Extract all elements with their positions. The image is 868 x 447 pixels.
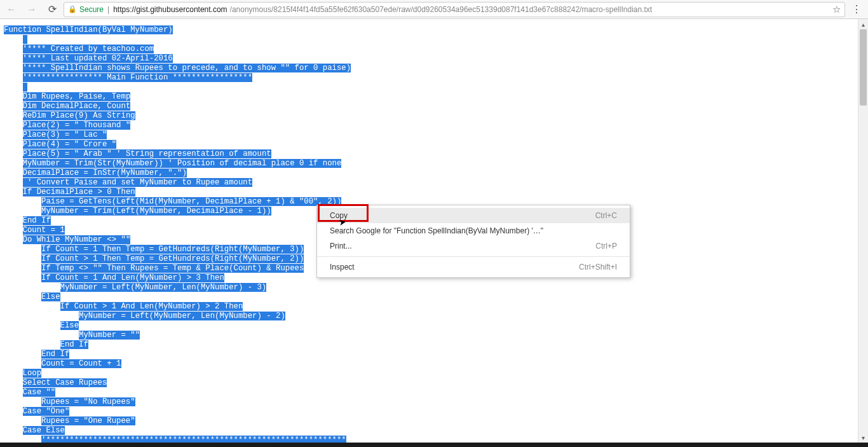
code-line: ReDim Place(9) As String [4,111,854,121]
menu-kebab-icon[interactable]: ⋮ [848,3,865,15]
windows-taskbar[interactable] [0,443,868,447]
menu-divider [317,256,630,257]
code-line: Case Else [4,426,854,436]
code-line: MyNumber = Left(MyNumber, Len(MyNumber) … [4,283,854,292]
code-line: '**** Created by teachoo.com [4,45,854,54]
context-menu-print[interactable]: Print... Ctrl+P [317,238,630,254]
code-line: End If [4,350,854,359]
context-menu-inspect[interactable]: Inspect Ctrl+Shift+I [317,259,630,275]
forward-button[interactable]: → [23,1,41,18]
code-line: If Count > 1 And Len(MyNumber) > 2 Then [4,302,854,312]
menu-label: Print... [330,242,352,251]
code-line: Else [4,321,854,331]
code-line: Place(5) = " Arab " ' String representat… [4,149,854,159]
code-line: Case "One" [4,407,854,416]
code-line: Dim DecimalPlace, Count [4,102,854,111]
code-line: Count = Count + 1 [4,359,854,369]
code-line: Select Case Rupees [4,378,854,388]
code-line: Dim Rupees, Paise, Temp [4,92,854,102]
browser-toolbar: ← → ⟳ 🔒 Secure | https://gist.githubuser… [0,0,868,19]
code-line: If DecimalPlace > 0 Then [4,188,854,197]
lock-icon: 🔒 [68,5,77,13]
context-menu-copy[interactable]: Copy Ctrl+C [317,208,630,223]
code-line: '**** SpellIndian shows Rupees to preced… [4,64,854,73]
address-bar[interactable]: 🔒 Secure | https://gist.githubuserconten… [64,2,845,17]
scroll-down-arrow-icon[interactable]: ▾ [858,432,868,443]
code-line: '**** Last updated 02-April-2016 [4,54,854,64]
code-line: End If [4,340,854,350]
code-line [4,35,854,45]
code-line: Case "" [4,388,854,397]
url-path: /anonymous/8215f4f4f14fd5a55fe62f630a507… [230,5,653,14]
url-host: https://gist.githubusercontent.com [113,5,227,14]
menu-label: Copy [330,211,348,220]
code-line: Place(4) = " Crore " [4,140,854,149]
code-line: Rupees = "No Rupees" [4,397,854,407]
code-line: MyNumber = "" [4,331,854,340]
menu-label: Search Google for "Function SpellIndian(… [330,226,543,235]
scroll-up-arrow-icon[interactable]: ▴ [858,19,868,29]
separator: | [107,5,109,14]
bookmark-star-icon[interactable]: ☆ [832,4,841,15]
context-menu-search[interactable]: Search Google for "Function SpellIndian(… [317,223,630,238]
code-line: DecimalPlace = InStr(MyNumber, ".") [4,168,854,178]
scrollbar-thumb[interactable] [860,29,867,106]
menu-shortcut: Ctrl+Shift+I [579,263,617,272]
code-line: Else [4,292,854,302]
menu-shortcut: Ctrl+C [595,211,617,220]
code-line: MyNumber = Trim(Str(MyNumber)) ' Positio… [4,159,854,168]
code-line: MyNumber = Left(MyNumber, Len(MyNumber) … [4,312,854,321]
reload-button[interactable]: ⟳ [43,1,61,18]
code-line: ' Convert Paise and set MyNumber to Rupe… [4,178,854,188]
code-line: Loop [4,369,854,378]
code-line: '**************** Main Function ********… [4,73,854,83]
vertical-scrollbar[interactable]: ▴ ▾ [858,19,868,443]
menu-label: Inspect [330,263,355,272]
code-line: Place(2) = " Thousand " [4,121,854,130]
code-line [4,83,854,92]
context-menu: Copy Ctrl+C Search Google for "Function … [316,205,630,278]
menu-shortcut: Ctrl+P [595,242,617,251]
secure-label: Secure [79,5,104,14]
code-line: Place(3) = " Lac " [4,130,854,140]
code-line: Function SpellIndian(ByVal MyNumber) [4,25,854,35]
code-line: Rupees = "One Rupee" [4,416,854,426]
back-button[interactable]: ← [3,1,20,18]
